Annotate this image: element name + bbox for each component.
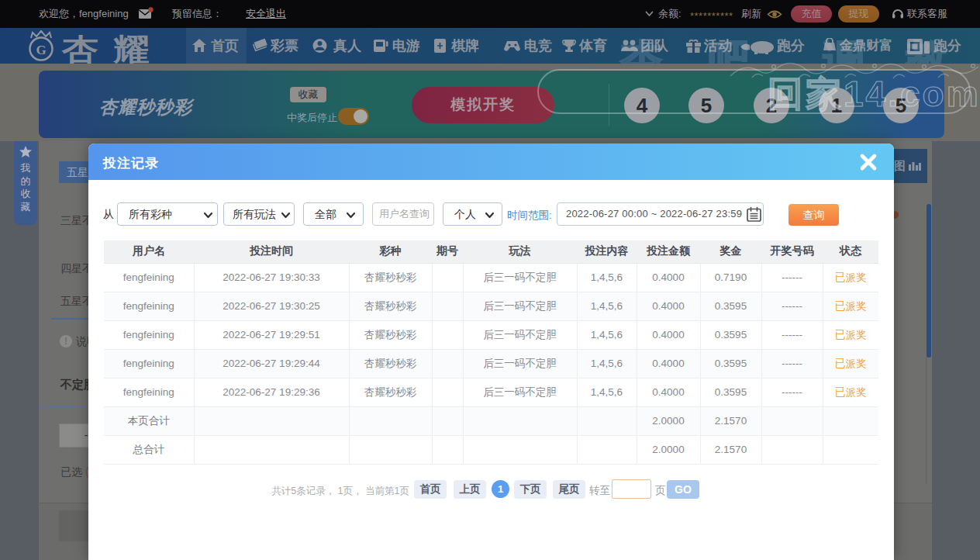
svg-text:G: G xyxy=(36,43,46,57)
